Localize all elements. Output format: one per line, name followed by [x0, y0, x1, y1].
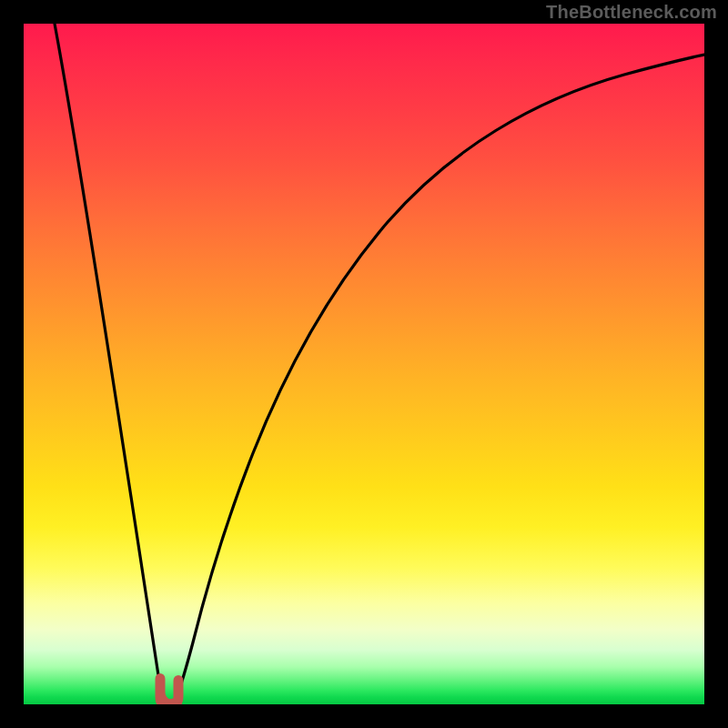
watermark-text: TheBottleneck.com: [546, 2, 717, 23]
bottleneck-curve: [55, 24, 704, 703]
curve-overlay: [24, 24, 704, 704]
min-marker-icon: [157, 675, 182, 705]
chart-frame: TheBottleneck.com: [0, 0, 728, 728]
plot-area: [24, 24, 704, 704]
